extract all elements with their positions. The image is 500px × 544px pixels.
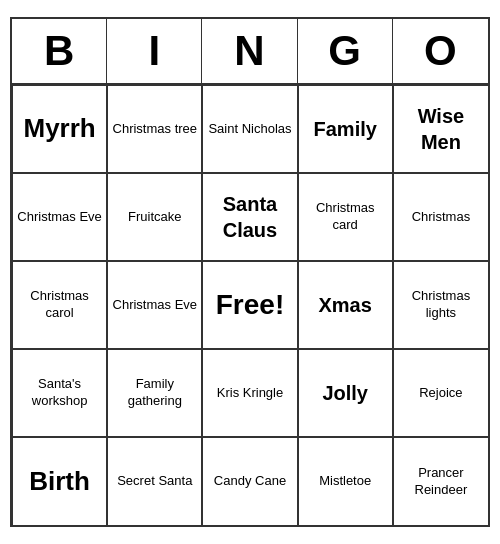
bingo-cell: Family: [298, 85, 393, 173]
cell-label: Christmas tree: [113, 121, 198, 138]
bingo-cell: Secret Santa: [107, 437, 202, 525]
cell-label: Christmas Eve: [17, 209, 102, 226]
cell-label: Family gathering: [112, 376, 197, 410]
header-letter: B: [12, 19, 107, 83]
cell-label: Free!: [216, 287, 284, 323]
header-letter: I: [107, 19, 202, 83]
header-letter: O: [393, 19, 488, 83]
cell-label: Christmas carol: [17, 288, 102, 322]
bingo-cell: Santa Claus: [202, 173, 297, 261]
bingo-header: BINGO: [12, 19, 488, 85]
bingo-cell: Christmas tree: [107, 85, 202, 173]
cell-label: Xmas: [319, 292, 372, 318]
cell-label: Secret Santa: [117, 473, 192, 490]
cell-label: Prancer Reindeer: [398, 465, 484, 499]
cell-label: Christmas card: [303, 200, 388, 234]
cell-label: Mistletoe: [319, 473, 371, 490]
cell-label: Santa's workshop: [17, 376, 102, 410]
bingo-cell: Wise Men: [393, 85, 488, 173]
bingo-cell: Rejoice: [393, 349, 488, 437]
bingo-cell: Candy Cane: [202, 437, 297, 525]
cell-label: Fruitcake: [128, 209, 181, 226]
cell-label: Christmas Eve: [113, 297, 198, 314]
header-letter: N: [202, 19, 297, 83]
bingo-cell: Myrrh: [12, 85, 107, 173]
bingo-cell: Christmas lights: [393, 261, 488, 349]
bingo-cell: Free!: [202, 261, 297, 349]
header-letter: G: [298, 19, 393, 83]
bingo-cell: Christmas card: [298, 173, 393, 261]
cell-label: Family: [314, 116, 377, 142]
bingo-cell: Saint Nicholas: [202, 85, 297, 173]
cell-label: Christmas lights: [398, 288, 484, 322]
cell-label: Santa Claus: [207, 191, 292, 243]
bingo-cell: Prancer Reindeer: [393, 437, 488, 525]
bingo-card: BINGO MyrrhChristmas treeSaint NicholasF…: [10, 17, 490, 527]
bingo-cell: Christmas Eve: [12, 173, 107, 261]
cell-label: Birth: [29, 465, 90, 499]
bingo-cell: Family gathering: [107, 349, 202, 437]
bingo-cell: Kris Kringle: [202, 349, 297, 437]
bingo-cell: Birth: [12, 437, 107, 525]
bingo-cell: Christmas: [393, 173, 488, 261]
bingo-cell: Santa's workshop: [12, 349, 107, 437]
bingo-cell: Jolly: [298, 349, 393, 437]
cell-label: Wise Men: [398, 103, 484, 155]
bingo-grid: MyrrhChristmas treeSaint NicholasFamilyW…: [12, 85, 488, 525]
bingo-cell: Christmas Eve: [107, 261, 202, 349]
cell-label: Christmas: [412, 209, 471, 226]
bingo-cell: Mistletoe: [298, 437, 393, 525]
cell-label: Rejoice: [419, 385, 462, 402]
bingo-cell: Fruitcake: [107, 173, 202, 261]
bingo-cell: Xmas: [298, 261, 393, 349]
cell-label: Kris Kringle: [217, 385, 283, 402]
cell-label: Myrrh: [23, 112, 95, 146]
cell-label: Candy Cane: [214, 473, 286, 490]
cell-label: Jolly: [322, 380, 368, 406]
bingo-cell: Christmas carol: [12, 261, 107, 349]
cell-label: Saint Nicholas: [208, 121, 291, 138]
